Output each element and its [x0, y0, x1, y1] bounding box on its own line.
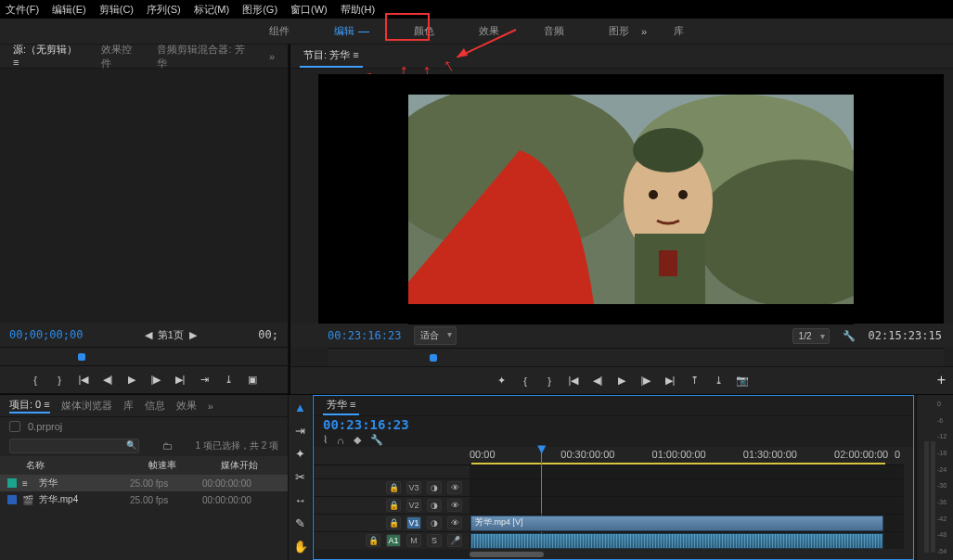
go-in-button[interactable]: |◀ — [567, 375, 580, 388]
selection-tool-icon[interactable]: ▲ — [294, 401, 306, 414]
mark-out-button[interactable]: } — [543, 375, 556, 388]
settings-icon[interactable]: 🔧 — [370, 434, 383, 446]
scrollbar-thumb[interactable] — [470, 552, 544, 557]
track-v1-button[interactable]: V1 — [406, 516, 421, 529]
program-scale-dropdown[interactable]: 1/2 — [792, 328, 830, 344]
track-v3-button[interactable]: V3 — [406, 481, 421, 494]
razor-tool-icon[interactable]: ✂ — [295, 470, 305, 484]
linked-selection-icon[interactable]: ∩ — [337, 435, 344, 446]
source-ruler[interactable] — [0, 347, 288, 365]
v1-toggle-icon[interactable]: ◑ — [427, 516, 442, 529]
audio-clip[interactable] — [470, 533, 883, 549]
program-fit-dropdown[interactable]: 适合 — [414, 326, 457, 345]
v2-toggle-icon[interactable]: ◑ — [427, 499, 442, 512]
video-clip[interactable]: 芳华.mp4 [V] — [470, 515, 883, 531]
marker-icon[interactable]: ◆ — [354, 434, 361, 446]
page-prev-icon[interactable]: ◀ — [145, 329, 152, 341]
work-area-bar[interactable] — [471, 463, 885, 465]
step-fwd-button[interactable]: |▶ — [149, 374, 162, 387]
tab-program[interactable]: 节目: 芳华 ≡ — [300, 45, 363, 68]
workspace-library[interactable]: 库 — [668, 20, 689, 42]
timeline-ruler[interactable]: 00:00 00:30:00:00 01:00:00:00 01:30:00:0… — [470, 447, 904, 465]
extract-button[interactable]: ⤓ — [712, 375, 725, 388]
step-fwd-button[interactable]: |▶ — [639, 375, 652, 388]
mark-in-button[interactable]: { — [29, 374, 42, 387]
a1-mute-button[interactable]: M — [406, 534, 421, 547]
step-back-button[interactable]: ◀| — [591, 375, 604, 388]
project-search-input[interactable] — [9, 439, 139, 453]
project-row[interactable]: ≡芳华25.00 fps00:00:00:00 — [0, 475, 288, 491]
sequence-tab[interactable]: 芳华 ≡ — [323, 396, 359, 415]
menu-clip[interactable]: 剪辑(C) — [99, 3, 134, 17]
tab-library[interactable]: 库 — [123, 399, 134, 413]
program-ruler[interactable] — [328, 348, 944, 366]
menu-window[interactable]: 窗口(W) — [290, 3, 328, 17]
v3-toggle-icon[interactable]: ◑ — [427, 481, 442, 494]
col-name[interactable]: 名称 — [0, 459, 148, 472]
menu-help[interactable]: 帮助(H) — [341, 3, 375, 17]
step-back-button[interactable]: ◀| — [101, 374, 114, 387]
project-preview-toggle[interactable] — [9, 421, 20, 432]
workspace-graphics[interactable]: 图形 — [603, 20, 635, 42]
source-tabs-more[interactable]: » — [265, 47, 278, 66]
mark-in-button[interactable]: { — [519, 375, 532, 388]
tab-effects[interactable]: 效果 — [176, 399, 197, 413]
hand-tool-icon[interactable]: ✋ — [293, 540, 308, 554]
program-timecode-in[interactable]: 00:23:16:23 — [328, 329, 401, 342]
menu-edit[interactable]: 编辑(E) — [52, 3, 86, 17]
insert-button[interactable]: ⇥ — [198, 374, 211, 387]
lift-button[interactable]: ⤒ — [688, 375, 701, 388]
track-select-tool-icon[interactable]: ⇥ — [295, 424, 305, 438]
go-in-button[interactable]: |◀ — [77, 374, 90, 387]
overwrite-button[interactable]: ⤓ — [222, 374, 235, 387]
v2-eye-icon[interactable]: 👁 — [447, 499, 462, 512]
col-fps[interactable]: 帧速率 — [148, 459, 221, 472]
project-row[interactable]: 🎬芳华.mp425.00 fps00:00:00:00 — [0, 491, 288, 508]
project-tabs-more[interactable]: » — [208, 401, 213, 412]
button-editor-icon[interactable]: + — [937, 372, 946, 388]
timeline-h-scrollbar[interactable] — [470, 549, 913, 559]
menu-graphics[interactable]: 图形(G) — [242, 3, 277, 17]
menu-marker[interactable]: 标记(M) — [194, 3, 230, 17]
program-playhead[interactable] — [430, 354, 437, 362]
slip-tool-icon[interactable]: ↔ — [294, 493, 306, 507]
add-marker-button[interactable]: ✦ — [495, 375, 508, 388]
workspace-audio[interactable]: 音频 — [538, 20, 570, 42]
mark-out-button[interactable]: } — [53, 374, 66, 387]
menu-sequence[interactable]: 序列(S) — [147, 3, 181, 17]
a1-solo-button[interactable]: S — [427, 534, 442, 547]
timeline-lane[interactable]: 00:00 00:30:00:00 01:00:00:00 01:30:00:0… — [470, 447, 904, 549]
v3-lock-icon[interactable]: 🔒 — [386, 481, 401, 494]
workspace-editing[interactable]: 编辑 — [328, 20, 375, 42]
v3-eye-icon[interactable]: 👁 — [447, 481, 462, 494]
col-start[interactable]: 媒体开始 — [221, 459, 288, 472]
menu-file[interactable]: 文件(F) — [6, 3, 39, 17]
export-frame-button[interactable]: ▣ — [246, 374, 259, 387]
v2-lock-icon[interactable]: 🔒 — [386, 499, 401, 512]
settings-wrench-icon[interactable]: 🔧 — [843, 330, 856, 342]
track-a1-button[interactable]: A1 — [386, 534, 401, 547]
source-playhead[interactable] — [78, 353, 85, 361]
tab-info[interactable]: 信息 — [145, 399, 165, 413]
page-next-icon[interactable]: ▶ — [189, 329, 197, 341]
tab-media-browser[interactable]: 媒体浏览器 — [61, 399, 112, 413]
a1-lock-icon[interactable]: 🔒 — [366, 534, 380, 547]
pen-tool-icon[interactable]: ✎ — [295, 516, 305, 530]
track-v2-button[interactable]: V2 — [406, 499, 421, 512]
v1-eye-icon[interactable]: 👁 — [447, 516, 462, 529]
workspace-more[interactable]: » — [641, 26, 647, 37]
bin-icon[interactable]: 🗀 — [162, 440, 173, 452]
export-frame-button[interactable]: 📷 — [736, 375, 749, 388]
go-out-button[interactable]: ▶| — [663, 375, 676, 388]
v1-lock-icon[interactable]: 🔒 — [386, 516, 401, 529]
workspace-assembly[interactable]: 组件 — [264, 20, 295, 42]
tab-project[interactable]: 项目: 0 ≡ — [9, 398, 50, 414]
a1-voice-icon[interactable]: 🎤 — [447, 534, 462, 547]
play-button[interactable]: ▶ — [615, 375, 628, 388]
snap-icon[interactable]: ⌇ — [323, 434, 328, 446]
ripple-tool-icon[interactable]: ✦ — [295, 447, 305, 461]
sequence-timecode[interactable]: 00:23:16:23 — [323, 417, 409, 432]
play-button[interactable]: ▶ — [125, 374, 138, 387]
source-timecode-in[interactable]: 00;00;00;00 — [9, 328, 83, 341]
go-out-button[interactable]: ▶| — [174, 374, 187, 387]
